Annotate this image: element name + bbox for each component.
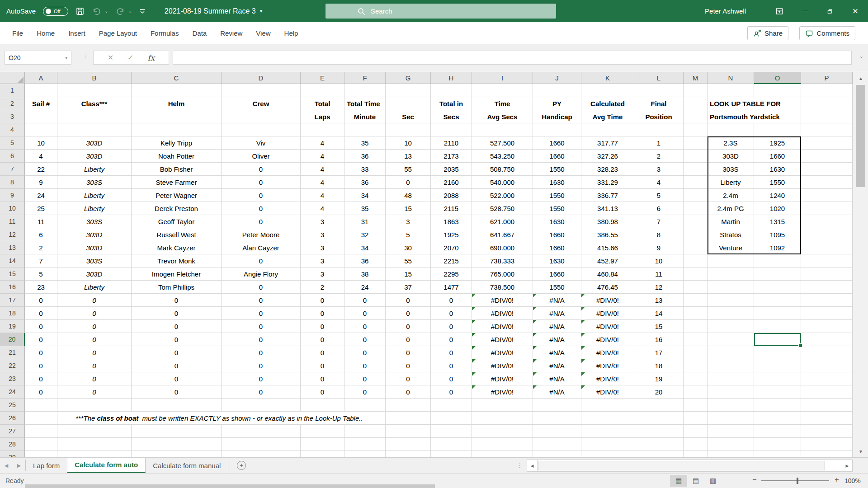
cell-P11[interactable]: [801, 215, 853, 228]
cell-C18[interactable]: 0: [132, 307, 222, 320]
cell-A16[interactable]: 23: [25, 281, 57, 294]
cell-J16[interactable]: 1550: [533, 281, 581, 294]
cell-I9[interactable]: 522.000: [472, 189, 533, 202]
cell-E11[interactable]: 3: [301, 215, 344, 228]
cell-I19[interactable]: #DIV/0!: [472, 320, 533, 333]
cell-P19[interactable]: [801, 320, 853, 333]
cell-J17[interactable]: #N/A: [533, 294, 581, 307]
cell-M9[interactable]: [684, 189, 708, 202]
cell-D3[interactable]: [222, 110, 301, 123]
cell-K18[interactable]: #DIV/0!: [581, 307, 634, 320]
cell-N11[interactable]: Martin: [708, 215, 754, 228]
row-header-17[interactable]: 17: [0, 294, 25, 307]
cell-B12[interactable]: 303D: [57, 228, 132, 241]
cell-H28[interactable]: [431, 438, 472, 451]
cell-M24[interactable]: [684, 385, 708, 399]
cell-K22[interactable]: #DIV/0!: [581, 359, 634, 372]
col-header-M[interactable]: M: [684, 72, 708, 84]
cell-O23[interactable]: [754, 372, 801, 385]
cell-G24[interactable]: 0: [386, 385, 431, 399]
cell-L16[interactable]: 12: [634, 281, 684, 294]
cell-K1[interactable]: [581, 84, 634, 97]
cell-G12[interactable]: 5: [386, 228, 431, 241]
cell-P22[interactable]: [801, 359, 853, 372]
cell-D9[interactable]: 0: [222, 189, 301, 202]
cell-F10[interactable]: 35: [344, 202, 386, 215]
cell-B24[interactable]: 0: [57, 385, 132, 399]
cell-P14[interactable]: [801, 254, 853, 267]
cell-E8[interactable]: 4: [301, 176, 344, 189]
cell-D5[interactable]: Viv: [222, 136, 301, 150]
ribbon-display-options-icon[interactable]: [767, 0, 792, 22]
cell-I2[interactable]: Time: [472, 97, 533, 110]
col-header-D[interactable]: D: [222, 72, 301, 84]
col-header-O[interactable]: O: [754, 72, 801, 84]
cell-L8[interactable]: 4: [634, 176, 684, 189]
cell-M10[interactable]: [684, 202, 708, 215]
cell-B8[interactable]: 303S: [57, 176, 132, 189]
cell-H22[interactable]: 0: [431, 359, 472, 372]
cell-N26[interactable]: [708, 412, 754, 425]
cell-N12[interactable]: Stratos: [708, 228, 754, 241]
row-header-10[interactable]: 10: [0, 202, 25, 215]
cell-H17[interactable]: 0: [431, 294, 472, 307]
cell-I18[interactable]: #DIV/0!: [472, 307, 533, 320]
cell-N15[interactable]: [708, 267, 754, 281]
cell-L18[interactable]: 14: [634, 307, 684, 320]
cell-I23[interactable]: #DIV/0!: [472, 372, 533, 385]
cell-P23[interactable]: [801, 372, 853, 385]
view-page-break-button[interactable]: ▥: [704, 475, 722, 487]
cell-K15[interactable]: 460.84: [581, 267, 634, 281]
cell-C9[interactable]: Peter Wagner: [132, 189, 222, 202]
cell-P28[interactable]: [801, 438, 853, 451]
cell-D28[interactable]: [222, 438, 301, 451]
cell-D17[interactable]: 0: [222, 294, 301, 307]
horizontal-scrollbar[interactable]: ◀ ▶: [527, 460, 853, 472]
cell-P29[interactable]: [801, 451, 853, 457]
cell-E18[interactable]: 0: [301, 307, 344, 320]
cell-C11[interactable]: Geoff Taylor: [132, 215, 222, 228]
cell-H8[interactable]: 2160: [431, 176, 472, 189]
cell-P17[interactable]: [801, 294, 853, 307]
undo-caret-icon[interactable]: ⌄: [104, 9, 108, 14]
cell-K3[interactable]: Avg Time: [581, 110, 634, 123]
cell-O11[interactable]: 1315: [754, 215, 801, 228]
row-header-15[interactable]: 15: [0, 267, 25, 281]
share-button[interactable]: Share: [747, 26, 788, 40]
cell-L9[interactable]: 5: [634, 189, 684, 202]
cell-L28[interactable]: [634, 438, 684, 451]
cell-I27[interactable]: [472, 425, 533, 438]
cell-L2[interactable]: Final: [634, 97, 684, 110]
cell-O19[interactable]: [754, 320, 801, 333]
cell-B27[interactable]: [57, 425, 132, 438]
cell-F25[interactable]: [344, 399, 386, 412]
cell-F23[interactable]: 0: [344, 372, 386, 385]
cell-I29[interactable]: [472, 451, 533, 457]
cell-G11[interactable]: 3: [386, 215, 431, 228]
cell-K9[interactable]: 336.77: [581, 189, 634, 202]
cell-D21[interactable]: 0: [222, 346, 301, 359]
cell-O5[interactable]: 1925: [754, 136, 801, 150]
cell-G17[interactable]: 0: [386, 294, 431, 307]
cell-H10[interactable]: 2115: [431, 202, 472, 215]
cell-L24[interactable]: 20: [634, 385, 684, 399]
cell-A1[interactable]: [25, 84, 57, 97]
cell-F14[interactable]: 36: [344, 254, 386, 267]
cell-P27[interactable]: [801, 425, 853, 438]
cell-O17[interactable]: [754, 294, 801, 307]
cell-K12[interactable]: 386.55: [581, 228, 634, 241]
vscroll-up-icon[interactable]: ▲: [853, 72, 868, 84]
menu-tab-review[interactable]: Review: [213, 29, 249, 37]
cell-H25[interactable]: [431, 399, 472, 412]
tabbar-splitter[interactable]: ⋮: [517, 461, 523, 469]
cell-C14[interactable]: Trevor Monk: [132, 254, 222, 267]
col-header-J[interactable]: J: [533, 72, 581, 84]
row-header-13[interactable]: 13: [0, 241, 25, 254]
cell-F3[interactable]: Minute: [344, 110, 386, 123]
autosave-toggle[interactable]: Off: [43, 7, 68, 16]
row-header-22[interactable]: 22: [0, 359, 25, 372]
cell-B26[interactable]: ***The class of boat must be written EXA…: [57, 412, 132, 425]
cell-H26[interactable]: [431, 412, 472, 425]
menu-tab-view[interactable]: View: [249, 29, 277, 37]
cell-J5[interactable]: 1660: [533, 136, 581, 150]
